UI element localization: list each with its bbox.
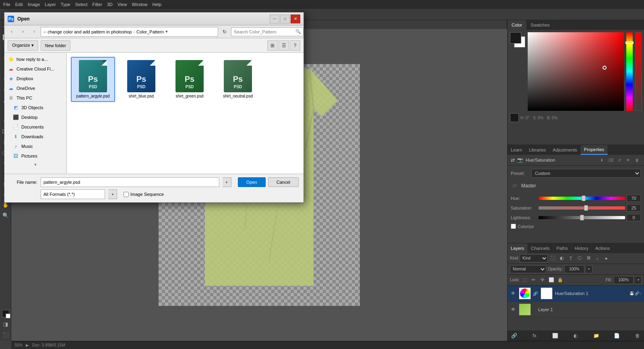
3d-objects-icon: ◩ xyxy=(12,104,19,111)
breadcrumb-separator1: › xyxy=(133,29,135,34)
dialog-app-icon: Ps xyxy=(8,16,14,22)
dialog-footer: File name: ▾ Open Cancel ▾ Image Sequenc… xyxy=(4,174,303,202)
psd-file-icon: Ps PSD xyxy=(79,60,107,92)
onedrive-icon: ☁ xyxy=(8,85,14,91)
sidebar-scroll-down: ▼ xyxy=(4,161,66,168)
file-item-pattern-argyle[interactable]: Ps PSD pattern_argyle.psd xyxy=(71,57,115,102)
sidebar-item-label: Creative Cloud Fi... xyxy=(17,66,54,71)
documents-icon: 📄 xyxy=(12,124,19,130)
dialog-close-btn[interactable]: ✕ xyxy=(291,15,300,23)
sidebar-item-label: Dropbox xyxy=(17,76,33,81)
breadcrumb-path2[interactable]: Color_Pattern xyxy=(136,29,164,34)
footer-format-row: ▾ Image Sequence xyxy=(9,189,299,199)
sidebar-item-label: how reply to a... xyxy=(17,57,48,62)
sidebar-item-onedrive[interactable]: ☁ OneDrive xyxy=(4,83,66,93)
file-item-shirt-blue[interactable]: Ps PSD shirt_blue.psd xyxy=(119,57,163,102)
file-icon: Ps PSD xyxy=(222,60,254,92)
sidebar-item-3d-objects[interactable]: ◩ 3D Objects xyxy=(4,103,66,112)
file-item-shirt-green[interactable]: Ps PSD shirt_green.psd xyxy=(167,57,212,102)
psd-file-icon: Ps PSD xyxy=(127,60,155,92)
sidebar-item-label: Music xyxy=(21,144,33,149)
refresh-btn[interactable]: ↻ xyxy=(220,27,229,37)
filename-dropdown-btn[interactable]: ▾ xyxy=(223,177,231,187)
view-extra-btn[interactable]: ⊞ xyxy=(267,40,278,51)
sidebar-item-label: Desktop xyxy=(21,115,37,120)
sidebar-item-pictures[interactable]: 🖼 Pictures xyxy=(4,151,66,161)
file-name: shirt_neutral.psd xyxy=(223,94,253,99)
creative-cloud-icon: ☁ xyxy=(8,66,14,72)
search-container: 🔍 xyxy=(231,27,301,36)
search-input[interactable] xyxy=(231,27,303,36)
sidebar-item-desktop[interactable]: ⬛ Desktop xyxy=(4,112,66,122)
dialog-breadcrumb-bar: ‹ › ↑ » change color and add pattern in … xyxy=(4,25,303,38)
image-sequence-row: Image Sequence xyxy=(124,192,164,197)
sidebar-item-documents[interactable]: 📄 Documents xyxy=(4,122,66,132)
dialog-body: ⭐ how reply to a... ☁ Creative Cloud Fi.… xyxy=(4,53,303,174)
sidebar-item-this-pc[interactable]: 🖥 This PC xyxy=(4,93,66,103)
dialog-toolbar: Organize ▾ New folder ⊞ ☰ ? xyxy=(4,38,303,53)
search-icon: 🔍 xyxy=(295,29,301,34)
breadcrumb-path[interactable]: » change color and add pattern in photos… xyxy=(41,27,218,37)
view-help-btn[interactable]: ? xyxy=(290,40,300,51)
star-icon: ⭐ xyxy=(8,56,14,62)
sidebar-item-label: Pictures xyxy=(21,154,37,158)
sidebar-item-downloads[interactable]: ⬇ Downloads xyxy=(4,132,66,141)
breadcrumb-path1[interactable]: change color and add pattern in photosho… xyxy=(47,29,132,34)
dropbox-icon: ◈ xyxy=(8,75,14,82)
footer-filename-row: File name: ▾ Open Cancel xyxy=(9,177,299,187)
dialog-files-area: Ps PSD pattern_argyle.psd Ps xyxy=(67,53,303,174)
file-name: shirt_green.psd xyxy=(176,94,204,99)
open-dialog: Ps Open ─ □ ✕ ‹ › ↑ » change color and a… xyxy=(4,12,304,203)
breadcrumb-dropdown[interactable]: ▾ xyxy=(165,29,168,34)
footer-action-buttons: Open Cancel xyxy=(238,177,299,187)
forward-btn[interactable]: › xyxy=(18,27,28,37)
pictures-icon: 🖼 xyxy=(12,153,19,159)
dialog-maximize-btn[interactable]: □ xyxy=(280,15,290,23)
computer-icon: 🖥 xyxy=(8,95,14,101)
file-name: pattern_argyle.psd xyxy=(76,94,110,99)
open-button[interactable]: Open xyxy=(238,177,266,187)
sidebar-item-label: Documents xyxy=(21,125,44,129)
desktop-icon: ⬛ xyxy=(12,114,19,120)
svg-text:Ps: Ps xyxy=(8,17,14,21)
sidebar-item-creative-cloud[interactable]: ☁ Creative Cloud Fi... xyxy=(4,64,66,74)
breadcrumb-nav-arrow: » xyxy=(43,29,46,34)
file-icon: Ps PSD xyxy=(173,60,206,92)
dialog-title: Open xyxy=(17,16,266,22)
downloads-icon: ⬇ xyxy=(12,133,19,140)
image-sequence-label: Image Sequence xyxy=(130,192,164,197)
image-sequence-checkbox[interactable] xyxy=(124,192,129,197)
dialog-overlay: Ps Open ─ □ ✕ ‹ › ↑ » change color and a… xyxy=(0,0,644,349)
file-name: shirt_blue.psd xyxy=(129,94,154,99)
music-icon: ♪ xyxy=(12,143,19,150)
filename-label: File name: xyxy=(9,180,37,185)
new-folder-btn[interactable]: New folder xyxy=(41,40,71,51)
file-item-shirt-neutral[interactable]: Ps PSD shirt_neutral.psd xyxy=(216,57,260,102)
psd-file-icon: Ps PSD xyxy=(175,60,204,92)
up-btn[interactable]: ↑ xyxy=(29,27,39,37)
view-buttons: ⊞ ☰ ? xyxy=(267,40,300,51)
sidebar-item-label: Downloads xyxy=(21,134,43,139)
sidebar-item-label: OneDrive xyxy=(17,86,35,91)
psd-file-icon: Ps PSD xyxy=(224,60,252,92)
sidebar-item-label: 3D Objects xyxy=(21,105,43,110)
format-input[interactable] xyxy=(41,189,105,199)
sidebar-item-music[interactable]: ♪ Music xyxy=(4,141,66,151)
sidebar-item-label: This PC xyxy=(17,96,32,100)
organize-btn[interactable]: Organize ▾ xyxy=(8,40,38,51)
file-icon: Ps PSD xyxy=(125,60,157,92)
sidebar-item-dropbox[interactable]: ◈ Dropbox xyxy=(4,74,66,83)
cancel-button[interactable]: Cancel xyxy=(268,177,299,187)
dialog-titlebar: Ps Open ─ □ ✕ xyxy=(4,12,303,25)
file-icon: Ps PSD xyxy=(77,60,109,92)
filename-input[interactable] xyxy=(41,177,219,187)
dialog-minimize-btn[interactable]: ─ xyxy=(270,15,279,23)
sidebar-item-how-reply[interactable]: ⭐ how reply to a... xyxy=(4,54,66,64)
dialog-window-controls: ─ □ ✕ xyxy=(270,15,300,23)
dialog-sidebar: ⭐ how reply to a... ☁ Creative Cloud Fi.… xyxy=(4,53,67,174)
format-dropdown-btn[interactable]: ▾ xyxy=(108,189,117,199)
view-list-btn[interactable]: ☰ xyxy=(279,40,289,51)
back-btn[interactable]: ‹ xyxy=(7,27,17,37)
